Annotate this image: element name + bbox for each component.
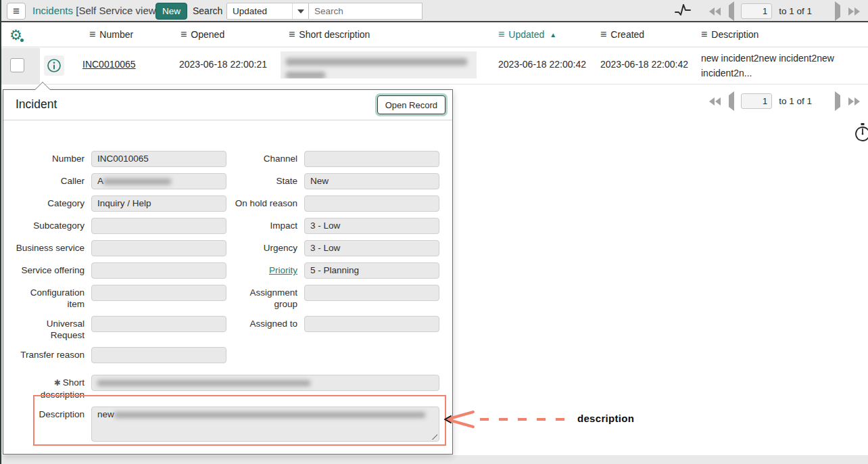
number-input[interactable]: INC0010065: [91, 151, 226, 167]
caller-input[interactable]: A: [91, 173, 226, 189]
list-search-input[interactable]: [309, 3, 423, 20]
impact-input[interactable]: 3 - Low: [304, 218, 439, 234]
pagination-top: to 1 of 1: [705, 3, 864, 19]
field-row-priority: Priority 5 - Planning: [233, 262, 444, 279]
column-header-number[interactable]: ≡ Number: [89, 29, 133, 40]
field-label: On hold reason: [233, 195, 297, 212]
redacted-text: [286, 72, 325, 78]
column-menu-icon: ≡: [289, 30, 295, 39]
assignment-group-input[interactable]: [304, 285, 439, 301]
state-input[interactable]: New: [304, 173, 439, 189]
column-header-opened[interactable]: ≡ Opened: [180, 29, 224, 40]
first-page-icon[interactable]: [709, 97, 721, 106]
record-preview-button[interactable]: [44, 55, 64, 76]
popup-form: Number INC0010065 Caller A Category Inqu…: [3, 120, 452, 442]
field-label: Business service: [16, 240, 85, 256]
column-menu-icon: ≡: [89, 30, 95, 39]
assigned-to-input[interactable]: [304, 316, 439, 332]
column-header-created[interactable]: ≡ Created: [600, 29, 644, 40]
next-page-icon[interactable]: [835, 5, 840, 18]
field-label: Urgency: [233, 240, 297, 256]
first-page-icon[interactable]: [709, 7, 721, 16]
search-label: Search: [193, 5, 222, 16]
field-row-channel: Channel: [233, 151, 444, 167]
open-record-button[interactable]: Open Record: [377, 95, 445, 114]
new-button[interactable]: New: [155, 3, 187, 20]
field-row-service-offering: Service offering: [16, 262, 226, 279]
configuration-item-input[interactable]: [91, 285, 226, 301]
subcategory-input[interactable]: [91, 218, 226, 234]
urgency-input[interactable]: 3 - Low: [304, 240, 439, 256]
field-label: Category: [16, 195, 85, 212]
priority-input[interactable]: 5 - Planning: [304, 262, 439, 279]
chevron-down-icon: [292, 3, 308, 19]
universal-request-input[interactable]: [91, 316, 226, 332]
business-service-input[interactable]: [91, 240, 226, 256]
column-menu-icon: ≡: [600, 30, 606, 39]
channel-input[interactable]: [304, 151, 439, 167]
annotation-label: description: [577, 413, 634, 424]
description-textarea[interactable]: new: [91, 407, 439, 442]
category-input[interactable]: Inquiry / Help: [91, 195, 226, 212]
resize-handle-icon[interactable]: [431, 433, 437, 440]
field-row-number: Number INC0010065: [16, 151, 226, 167]
last-page-icon[interactable]: [848, 7, 860, 16]
column-header-description[interactable]: ≡ Description: [701, 29, 758, 40]
response-time-clock-icon[interactable]: [852, 122, 868, 146]
page-title: Incidents [Self Service view]: [32, 5, 159, 16]
page-background: [1, 455, 868, 464]
column-header-label: Opened: [191, 29, 224, 40]
field-row-impact: Impact 3 - Low: [233, 218, 444, 234]
cell-created: 2023-06-18 22:00:42: [600, 59, 688, 70]
redacted-text: [103, 179, 171, 185]
search-field-dropdown[interactable]: Updated: [226, 3, 309, 20]
field-label: Configuration item: [16, 285, 85, 310]
column-header-short-description[interactable]: ≡ Short description: [289, 29, 370, 40]
response-time-pulse-icon[interactable]: [674, 2, 692, 21]
on-hold-reason-input[interactable]: [304, 195, 439, 212]
pagination-list: to 1 of 1: [705, 93, 864, 109]
cell-opened: 2023-06-18 22:00:21: [179, 59, 267, 70]
previous-page-icon[interactable]: [729, 5, 734, 18]
field-row-description: Description new: [16, 407, 452, 442]
field-row-transfer-reason: Transfer reason: [16, 347, 226, 363]
field-label: Assigned to: [233, 316, 297, 332]
list-context-menu-button[interactable]: ≡: [7, 3, 26, 20]
page-number-input[interactable]: [741, 3, 772, 19]
page-number-input[interactable]: [741, 93, 772, 109]
redacted-text: [286, 58, 467, 66]
field-row-assignment-group: Assignment group: [233, 285, 444, 310]
sort-ascending-icon: ▲: [550, 31, 556, 39]
short-description-input[interactable]: [91, 375, 439, 391]
field-row-short-description: ✱Short description: [16, 375, 452, 400]
redacted-text: [97, 380, 310, 386]
previous-page-icon[interactable]: [729, 95, 734, 108]
record-preview-popup: Incident Open Record Number INC0010065 C…: [3, 89, 453, 455]
form-column-right: Channel State New On hold reason Impact …: [233, 151, 444, 369]
info-icon: [47, 58, 62, 73]
view-label: [Self Service view]: [76, 5, 159, 16]
popup-title: Incident: [16, 97, 57, 112]
column-menu-icon: ≡: [498, 30, 504, 39]
field-row-state: State New: [233, 173, 444, 189]
topbar-right: to 1 of 1: [674, 0, 864, 22]
incident-number-link[interactable]: INC0010065: [82, 59, 136, 70]
row-checkbox[interactable]: [10, 58, 24, 72]
cell-description: new incident2new incident2new incident2n…: [701, 51, 865, 81]
column-header-updated[interactable]: ≡ Updated ▲: [498, 29, 556, 40]
list-column-headers: ⚙ ≡ Number ≡ Opened ≡ Short description …: [1, 24, 868, 47]
priority-link[interactable]: Priority: [233, 262, 297, 279]
next-page-icon[interactable]: [835, 95, 840, 108]
cell-updated: 2023-06-18 22:00:42: [498, 59, 586, 70]
table-row: INC0010065 2023-06-18 22:00:21 2023-06-1…: [1, 48, 868, 85]
column-header-label: Short description: [299, 29, 370, 40]
transfer-reason-input[interactable]: [91, 347, 226, 363]
field-row-urgency: Urgency 3 - Low: [233, 240, 444, 256]
last-page-icon[interactable]: [848, 97, 860, 106]
field-label: ✱Short description: [16, 375, 85, 400]
field-label: Subcategory: [16, 218, 85, 234]
service-offering-input[interactable]: [91, 262, 226, 279]
field-row-caller: Caller A: [16, 173, 226, 189]
field-row-subcategory: Subcategory: [16, 218, 226, 234]
personalize-list-gear-icon[interactable]: ⚙: [9, 26, 22, 44]
